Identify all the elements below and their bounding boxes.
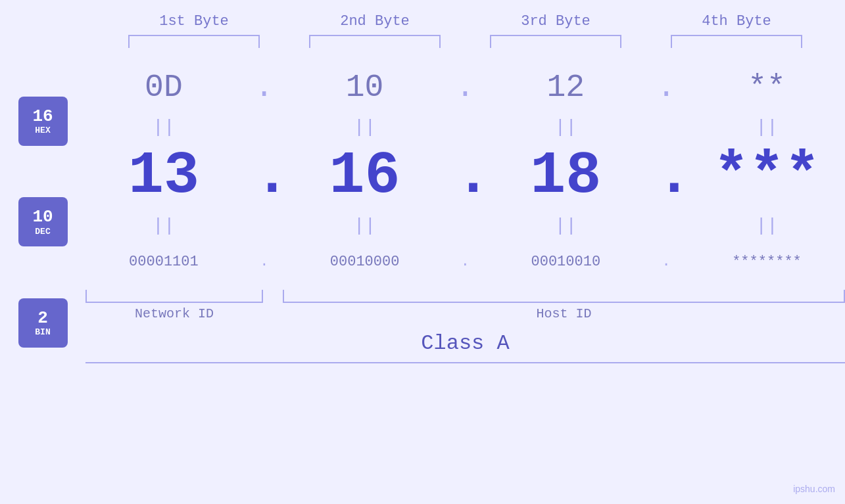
bin-row: 00001101 . 00010000 . 00010010 . *******… (85, 239, 845, 285)
eq-1: || (98, 117, 229, 137)
bin-badge-type: BIN (35, 327, 50, 337)
hex-val-1: 0D (98, 70, 229, 105)
class-row: Class A (85, 331, 845, 363)
eq-row-1: || || || || (85, 114, 845, 140)
byte-label-3: 3rd Byte (490, 13, 621, 30)
dec-dot-1: . (254, 147, 274, 206)
byte-label-4: 4th Byte (671, 13, 802, 30)
eq-8: || (701, 216, 833, 236)
dec-badge-type: DEC (35, 227, 50, 237)
hex-val-3: 12 (500, 70, 631, 105)
watermark: ipshu.com (793, 484, 835, 494)
host-bracket (283, 290, 845, 303)
dec-badge: 10 DEC (18, 197, 68, 246)
dec-dot-2: . (455, 147, 475, 206)
bin-val-2: 00010000 (299, 254, 431, 270)
hex-badge-type: HEX (35, 126, 50, 135)
bin-badge: 2 BIN (18, 298, 68, 348)
bracket-4 (671, 35, 802, 48)
hex-badge: 16 HEX (18, 97, 68, 146)
hex-val-4: ** (701, 70, 833, 105)
bin-val-1: 00001101 (98, 254, 229, 270)
bin-dot-1: . (254, 254, 274, 270)
eq-3: || (500, 117, 631, 137)
host-id-label: Host ID (283, 306, 845, 321)
bin-dot-2: . (455, 254, 475, 270)
badges-column: 16 HEX 10 DEC 2 BIN (0, 61, 85, 363)
network-id-label: Network ID (85, 306, 263, 321)
dec-row: 13 . 16 . 18 . *** (85, 140, 845, 212)
eq-4: || (701, 117, 833, 137)
hex-dot-1: . (254, 70, 274, 105)
byte-headers: 1st Byte 2nd Byte 3rd Byte 4th Byte (104, 13, 827, 30)
main-area: 16 HEX 10 DEC 2 BIN 0D . 10 . 12 . ** (0, 61, 845, 363)
hex-val-2: 10 (299, 70, 431, 105)
eq-5: || (98, 216, 229, 236)
class-label: Class A (85, 331, 845, 355)
main-container: 1st Byte 2nd Byte 3rd Byte 4th Byte 16 H… (0, 0, 845, 504)
hex-badge-num: 16 (32, 107, 53, 126)
hex-dot-3: . (656, 70, 676, 105)
byte-label-1: 1st Byte (128, 13, 260, 30)
dec-val-2: 16 (299, 147, 431, 206)
bin-badge-num: 2 (37, 309, 48, 328)
dec-val-3: 18 (500, 147, 631, 206)
bin-val-3: 00010010 (500, 254, 631, 270)
bracket-2 (309, 35, 441, 48)
eq-6: || (299, 216, 431, 236)
bin-val-4: ******** (701, 254, 833, 270)
dec-val-1: 13 (98, 147, 229, 206)
bin-dot-3: . (656, 254, 676, 270)
bottom-brackets (85, 290, 845, 303)
bracket-1 (128, 35, 260, 48)
dec-badge-num: 10 (32, 208, 53, 227)
content-grid: 0D . 10 . 12 . ** || || || || 13 (85, 61, 845, 363)
top-brackets (104, 35, 827, 48)
dec-val-4: *** (701, 147, 833, 206)
hex-dot-2: . (455, 70, 475, 105)
eq-2: || (299, 117, 431, 137)
dec-dot-3: . (656, 147, 676, 206)
byte-label-2: 2nd Byte (309, 13, 441, 30)
network-bracket (85, 290, 263, 303)
id-labels-row: Network ID Host ID (85, 306, 845, 321)
hex-row: 0D . 10 . 12 . ** (85, 61, 845, 114)
eq-row-2: || || || || (85, 212, 845, 239)
bracket-3 (490, 35, 621, 48)
eq-7: || (500, 216, 631, 236)
